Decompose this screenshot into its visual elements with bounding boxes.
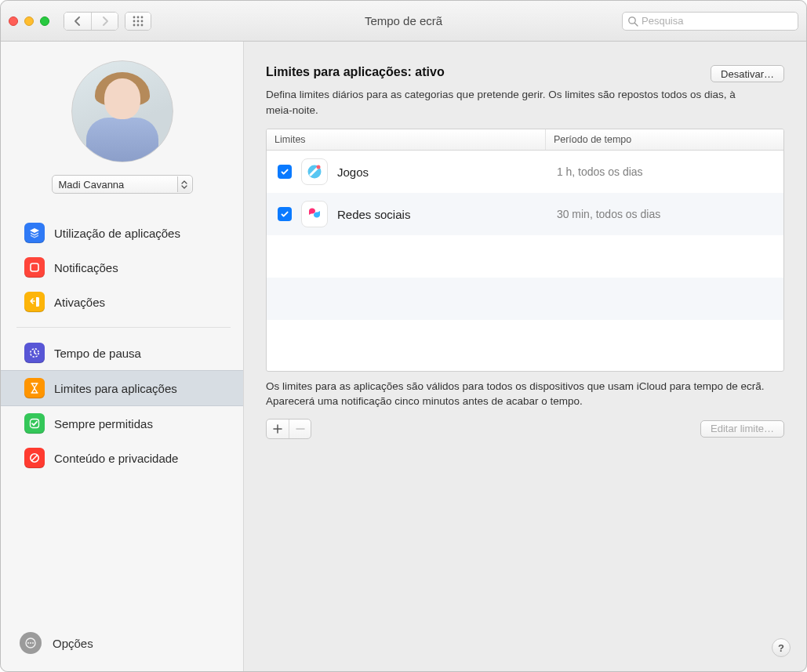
sidebar-item-label: Utilização de aplicações (54, 227, 180, 240)
svg-point-4 (137, 20, 140, 22)
sidebar-item-pickups[interactable]: Ativações (1, 285, 243, 319)
check-icon (280, 167, 289, 176)
question-icon: ? (778, 642, 784, 654)
search-input[interactable] (642, 15, 793, 27)
grid-icon (133, 16, 144, 27)
sidebar-item-label: Tempo de pausa (54, 347, 141, 360)
pickup-icon (24, 292, 45, 312)
close-window-button[interactable] (9, 16, 18, 26)
sidebar-item-label: Limites para aplicações (54, 382, 177, 395)
preferences-window: Tempo de ecrã Madi Cavanna (0, 0, 807, 672)
sidebar-item-label: Ativações (54, 296, 105, 309)
more-icon (20, 632, 42, 654)
chevron-left-icon (74, 16, 82, 26)
page-title: Limites para aplicações: ativo (266, 65, 445, 79)
downtime-icon (24, 343, 45, 363)
svg-rect-11 (31, 263, 38, 271)
add-limit-button[interactable] (267, 420, 289, 438)
row-name: Redes sociais (337, 208, 410, 221)
disable-button[interactable]: Desativar… (711, 65, 784, 82)
back-button[interactable] (64, 13, 91, 30)
sidebar-item-app-limits[interactable]: Limites para aplicações (1, 370, 243, 406)
svg-line-15 (31, 455, 37, 460)
main-panel: Limites para aplicações: ativo Desativar… (244, 42, 806, 671)
sidebar-item-label: Conteúdo e privacidade (54, 452, 178, 465)
notification-icon (24, 257, 45, 278)
sidebar-item-content-privacy[interactable]: Conteúdo e privacidade (1, 441, 243, 475)
sidebar-item-label: Notificações (54, 261, 118, 274)
layers-icon (24, 223, 45, 243)
sidebar-item-downtime[interactable]: Tempo de pausa (1, 336, 243, 370)
sidebar-options-label: Opções (53, 637, 93, 650)
zoom-window-button[interactable] (40, 16, 49, 26)
remove-limit-button[interactable] (289, 420, 311, 438)
svg-point-21 (317, 165, 321, 169)
hourglass-icon (24, 378, 45, 398)
minus-icon (296, 424, 305, 434)
sidebar-item-always-allowed[interactable]: Sempre permitidas (1, 406, 243, 441)
row-checkbox[interactable] (278, 165, 292, 179)
social-icon (301, 201, 328, 227)
table-row-empty (267, 320, 783, 362)
svg-point-17 (27, 642, 29, 644)
titlebar: Tempo de ecrã (1, 1, 806, 42)
no-entry-icon (24, 448, 45, 468)
sidebar-nav: Utilização de aplicações Notificações At… (1, 216, 243, 483)
svg-point-6 (133, 24, 136, 26)
svg-point-3 (133, 20, 136, 22)
sidebar: Madi Cavanna Utilização de aplicações (1, 42, 244, 671)
sidebar-item-notifications[interactable]: Notificações (1, 250, 243, 285)
search-field[interactable] (622, 12, 798, 31)
user-avatar (71, 60, 173, 162)
check-icon (280, 209, 289, 219)
svg-point-8 (141, 24, 144, 26)
svg-line-10 (634, 23, 638, 26)
svg-point-18 (30, 642, 31, 644)
forward-button[interactable] (91, 13, 118, 30)
help-button[interactable]: ? (772, 638, 791, 657)
svg-point-1 (137, 16, 140, 18)
svg-point-7 (137, 24, 140, 26)
page-description: Defina limites diários para as categoria… (266, 87, 752, 118)
svg-point-0 (133, 16, 136, 18)
sidebar-item-app-usage[interactable]: Utilização de aplicações (1, 216, 243, 250)
row-time: 30 min, todos os dias (546, 208, 783, 220)
add-remove-segment (266, 419, 311, 439)
svg-point-19 (32, 642, 34, 644)
footnote: Os limites para as aplicações são válido… (266, 380, 768, 409)
check-icon (24, 413, 45, 434)
col-header-time[interactable]: Período de tempo (546, 129, 783, 150)
window-controls (9, 16, 49, 26)
row-name: Jogos (337, 165, 369, 179)
table-row-empty (267, 278, 783, 320)
show-all-button[interactable] (125, 12, 151, 31)
row-time: 1 h, todos os dias (546, 165, 783, 178)
games-icon (301, 158, 328, 185)
sidebar-separator (16, 327, 231, 328)
table-header: Limites Período de tempo (267, 129, 783, 151)
table-row-empty (267, 235, 783, 278)
table-row[interactable]: Jogos 1 h, todos os dias (267, 151, 783, 193)
row-checkbox[interactable] (278, 207, 292, 221)
svg-point-5 (141, 20, 144, 22)
svg-point-2 (141, 16, 144, 18)
user-select[interactable]: Madi Cavanna (52, 175, 193, 194)
limits-table: Limites Período de tempo Jogos (266, 129, 784, 372)
chevron-right-icon (101, 16, 109, 26)
sidebar-options[interactable]: Opções (1, 619, 243, 671)
minimize-window-button[interactable] (24, 16, 34, 26)
stepper-icon (177, 176, 191, 192)
table-row[interactable]: Redes sociais 30 min, todos os dias (267, 193, 783, 235)
edit-limit-button[interactable]: Editar limite… (700, 420, 784, 438)
table-body: Jogos 1 h, todos os dias (267, 151, 783, 371)
status-badge: ativo (415, 65, 444, 78)
user-select-label: Madi Cavanna (59, 179, 125, 191)
col-header-limits[interactable]: Limites (267, 129, 546, 150)
nav-back-forward (64, 12, 118, 31)
sidebar-item-label: Sempre permitidas (54, 417, 153, 430)
search-icon (627, 16, 638, 27)
plus-icon (273, 424, 282, 434)
